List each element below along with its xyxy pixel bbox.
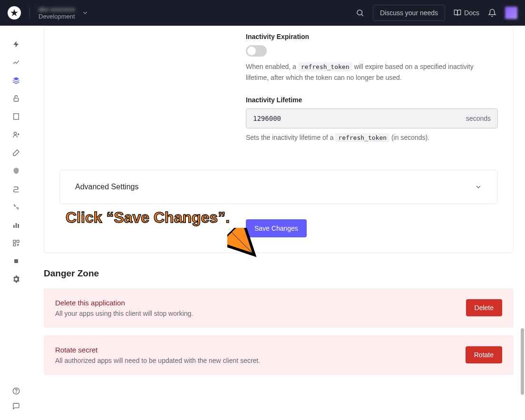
rotate-desc: All authorized apps will need to be upda… <box>55 357 260 364</box>
user-plus-icon[interactable] <box>12 130 20 139</box>
avatar[interactable] <box>505 7 517 19</box>
svg-rect-2 <box>14 98 18 101</box>
svg-point-0 <box>357 10 362 15</box>
svg-rect-13 <box>17 240 19 243</box>
chat-icon[interactable] <box>12 402 20 410</box>
docs-link[interactable]: Docs <box>454 9 479 17</box>
delete-button[interactable]: Delete <box>466 299 502 316</box>
side-rail <box>0 26 32 420</box>
chart-icon[interactable] <box>12 58 20 67</box>
help-text: When enabled, a <box>246 63 298 70</box>
save-changes-button[interactable]: Save Changes <box>246 219 307 237</box>
tenant-name: dev-xxxxxxxx <box>39 6 75 13</box>
brush-icon[interactable] <box>12 148 20 157</box>
scrollbar-thumb[interactable] <box>521 328 524 395</box>
svg-point-19 <box>16 392 17 393</box>
chevron-down-icon[interactable] <box>82 10 88 16</box>
shield-icon[interactable] <box>12 166 20 175</box>
danger-zone-title: Danger Zone <box>44 268 514 279</box>
help-text: (in seconds). <box>389 134 429 141</box>
input-suffix: seconds <box>466 115 491 122</box>
inactivity-expiration-label: Inactivity Expiration <box>246 33 498 40</box>
chip-icon[interactable] <box>12 257 20 265</box>
svg-rect-9 <box>13 225 15 228</box>
inactivity-lifetime-label: Inactivity Lifetime <box>246 96 498 104</box>
code-token: refresh_token <box>335 133 389 142</box>
svg-rect-12 <box>13 240 16 243</box>
inactivity-lifetime-input[interactable] <box>253 115 466 122</box>
rotate-title: Rotate secret <box>55 346 260 354</box>
top-nav: ★ dev-xxxxxxxx Development Discuss your … <box>0 0 525 26</box>
svg-rect-10 <box>16 223 17 228</box>
chevron-down-icon <box>475 183 482 191</box>
bar-chart-icon[interactable] <box>12 221 20 229</box>
gear-icon[interactable] <box>12 275 20 283</box>
inactivity-lifetime-field: Inactivity Lifetime seconds Sets the ina… <box>246 96 498 143</box>
svg-rect-17 <box>14 259 18 263</box>
help-icon[interactable] <box>12 387 20 395</box>
route-icon[interactable] <box>12 185 20 193</box>
layers-icon[interactable] <box>12 76 20 85</box>
inactivity-expiration-help: When enabled, a refresh_token will expir… <box>246 61 498 83</box>
settings-card: Inactivity Expiration When enabled, a re… <box>44 26 514 253</box>
svg-rect-14 <box>13 244 16 246</box>
logo-icon: ★ <box>8 6 21 20</box>
inactivity-lifetime-help: Sets the inactivity lifetime of a refres… <box>246 132 498 143</box>
delete-application-card: Delete this application All your apps us… <box>44 288 514 328</box>
code-token: refresh_token <box>298 62 352 71</box>
building-icon[interactable] <box>12 112 20 121</box>
delete-title: Delete this application <box>55 299 193 307</box>
advanced-settings-toggle[interactable]: Advanced Settings <box>59 170 498 204</box>
svg-rect-11 <box>18 224 19 228</box>
rotate-button[interactable]: Rotate <box>466 346 502 363</box>
connector-icon[interactable] <box>12 203 20 211</box>
rotate-secret-card: Rotate secret All authorized apps will n… <box>44 335 514 375</box>
bell-icon[interactable] <box>488 9 496 17</box>
divider <box>29 7 30 19</box>
delete-desc: All your apps using this client will sto… <box>55 310 193 317</box>
lock-icon[interactable] <box>12 94 20 103</box>
search-icon[interactable] <box>356 9 364 17</box>
discuss-needs-button[interactable]: Discuss your needs <box>373 5 445 21</box>
help-text: Sets the inactivity lifetime of a <box>246 134 335 141</box>
main-content: Inactivity Expiration When enabled, a re… <box>32 26 525 420</box>
svg-line-1 <box>361 14 363 16</box>
toggle-knob <box>247 47 256 55</box>
add-module-icon[interactable] <box>12 239 20 247</box>
advanced-settings-label: Advanced Settings <box>75 183 138 191</box>
svg-point-6 <box>14 132 16 135</box>
inactivity-expiration-toggle[interactable] <box>246 45 267 57</box>
bolt-icon[interactable] <box>12 40 20 49</box>
tenant-env: Development <box>39 13 75 20</box>
tenant-selector[interactable]: dev-xxxxxxxx Development <box>39 6 75 20</box>
svg-rect-3 <box>14 114 19 119</box>
inactivity-lifetime-input-wrap: seconds <box>246 108 498 128</box>
inactivity-expiration-field: Inactivity Expiration When enabled, a re… <box>246 26 498 83</box>
docs-label: Docs <box>464 9 479 17</box>
